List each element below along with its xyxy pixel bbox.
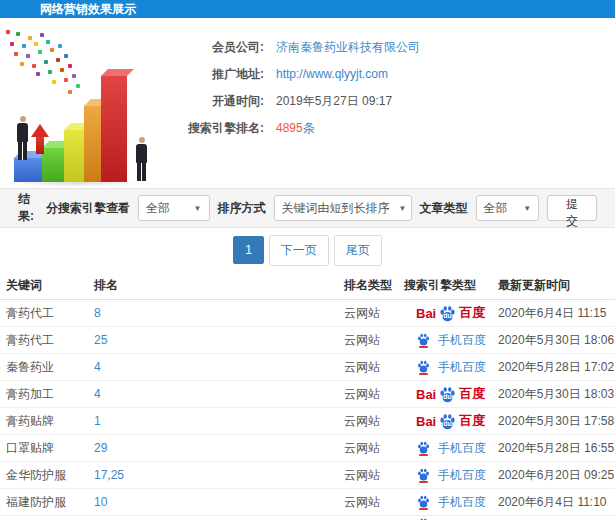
rank-cell[interactable]: 29 (94, 441, 344, 455)
mobile-icon-underline (419, 481, 428, 483)
filter-select-1[interactable]: 关键词由短到长排序▼ (274, 195, 412, 221)
baidu-logo-cn-text: 百度 (459, 385, 485, 403)
rank-count-number: 4895 (276, 121, 303, 135)
submit-button[interactable]: 提交 (547, 195, 597, 221)
results-table: 关键词排名排名类型搜索引擎类型最新更新时间 膏药代工8云网站Baidu百度202… (0, 272, 615, 520)
select-value: 关键词由短到长排序 (282, 200, 390, 217)
keyword-cell: 秦鲁药业 (6, 359, 94, 376)
filter-select-0[interactable]: 全部▼ (138, 195, 210, 221)
chevron-down-icon: ▼ (523, 204, 531, 213)
rank-cell[interactable]: 4 (94, 360, 344, 374)
update-time-cell: 2020年5月30日 18:06 (498, 332, 615, 349)
info-row: 开通时间:2019年5月27日 09:17 (168, 92, 420, 110)
rank-type-cell: 云网站 (344, 359, 404, 376)
baidu-logo-cn-text: 百度 (459, 304, 485, 322)
info-row-link[interactable]: http://www.qlyyjt.com (276, 65, 388, 83)
update-time-cell: 2020年6月4日 11:15 (498, 305, 615, 322)
pagination-button[interactable]: 尾页 (334, 235, 382, 266)
keyword-cell: 膏药代工 (6, 305, 94, 322)
filter-controls: 分搜索引擎查看全部▼排序方式关键词由短到长排序▼文章类型全部▼提交 (46, 195, 597, 221)
rank-count-unit: 条 (303, 121, 315, 135)
column-header-4: 最新更新时间 (498, 277, 615, 294)
engine-cell: Baidu百度 (404, 385, 498, 403)
table-row: 福建防护服10云网站手机百度2020年6月4日 11:10 (0, 489, 615, 516)
mobile-icon-underline (419, 346, 428, 348)
mobile-baidu-icon (416, 441, 431, 456)
engine-cell: 手机百度 (404, 494, 498, 511)
mobile-paw-icon (417, 468, 430, 481)
keyword-cell: 膏药代工 (6, 332, 94, 349)
mobile-baidu-icon (416, 333, 431, 348)
hero-section: 会员公司:济南秦鲁药业科技有限公司推广地址:http://www.qlyyjt.… (0, 18, 615, 188)
info-row-label: 搜索引擎排名: (168, 119, 264, 137)
rank-cell[interactable]: 10 (94, 495, 344, 509)
column-header-0: 关键词 (6, 277, 94, 294)
rank-type-cell: 云网站 (344, 467, 404, 484)
pagination-current-page[interactable]: 1 (233, 236, 264, 264)
mobile-baidu-label: 手机百度 (438, 467, 486, 484)
rank-cell[interactable]: 1 (94, 414, 344, 428)
mobile-baidu-icon (416, 495, 431, 510)
rank-cell[interactable]: 8 (94, 306, 344, 320)
keyword-cell: 口罩贴牌 (6, 440, 94, 457)
engine-cell: 手机百度 (404, 440, 498, 457)
mobile-paw-icon (417, 495, 430, 508)
info-row-link[interactable]: 济南秦鲁药业科技有限公司 (276, 38, 420, 56)
update-time-cell: 2020年5月30日 18:03 (498, 386, 615, 403)
pagination-button[interactable]: 下一页 (269, 235, 329, 266)
up-arrow-icon (31, 124, 49, 154)
mobile-icon-underline (419, 454, 428, 456)
info-row-label: 会员公司: (168, 38, 264, 56)
info-row: 会员公司:济南秦鲁药业科技有限公司 (168, 38, 420, 56)
mobile-baidu-label: 手机百度 (438, 494, 486, 511)
baidu-logo: du (439, 386, 456, 403)
baidu-logo-text: Bai (416, 414, 436, 429)
info-row: 搜索引擎排名:4895条 (168, 119, 420, 137)
mobile-baidu-label: 手机百度 (438, 359, 486, 376)
baidu-logo-cn-text: 百度 (459, 412, 485, 430)
rank-cell[interactable]: 17,25 (94, 468, 344, 482)
mobile-baidu-icon (416, 360, 431, 375)
select-value: 全部 (146, 200, 170, 217)
mobile-paw-icon (417, 441, 430, 454)
search-engine-rank-value: 4895条 (276, 119, 315, 137)
keyword-cell: 膏药贴牌 (6, 413, 94, 430)
company-info: 会员公司:济南秦鲁药业科技有限公司推广地址:http://www.qlyyjt.… (168, 38, 420, 146)
rank-type-cell: 云网站 (344, 440, 404, 457)
engine-cell: 手机百度 (404, 467, 498, 484)
table-row: 口罩贴牌29云网站手机百度2020年5月28日 16:55 (0, 435, 615, 462)
update-time-cell: 2020年5月28日 17:02 (498, 359, 615, 376)
mobile-baidu-label: 手机百度 (438, 332, 486, 349)
engine-cell: 手机百度 (404, 359, 498, 376)
info-row-label: 推广地址: (168, 65, 264, 83)
engine-cell: Baidu百度 (404, 412, 498, 430)
header-bar: 网络营销效果展示 (0, 0, 615, 18)
keyword-cell: 膏药加工 (6, 386, 94, 403)
businessman-figure-right (136, 137, 147, 181)
update-time-cell: 2020年5月30日 17:58 (498, 413, 615, 430)
keyword-cell: 金华防护服 (6, 467, 94, 484)
illustration-bar-red (101, 76, 127, 182)
mobile-baidu-icon (416, 468, 431, 483)
page-title: 网络营销效果展示 (40, 2, 136, 16)
baidu-du-text: du (443, 393, 452, 400)
chevron-down-icon: ▼ (194, 204, 202, 213)
rank-type-cell: 云网站 (344, 386, 404, 403)
baidu-logo-text: Bai (416, 306, 436, 321)
filter-select-2[interactable]: 全部▼ (476, 195, 540, 221)
baidu-logo: du (439, 305, 456, 322)
marketing-report-page: 网络营销效果展示 会员公司:济南秦鲁药业科技有限公司推广地址:http://ww… (0, 0, 615, 520)
businessman-figure-left (17, 116, 28, 160)
table-row: 膏药代工25云网站手机百度2020年5月30日 18:06 (0, 327, 615, 354)
baidu-logo: du (439, 413, 456, 430)
keyword-cell: 福建防护服 (6, 494, 94, 511)
baidu-du-text: du (443, 312, 452, 319)
select-value: 全部 (484, 200, 508, 217)
rank-cell[interactable]: 25 (94, 333, 344, 347)
mobile-icon-underline (419, 508, 428, 510)
confetti-decoration (6, 30, 10, 34)
mobile-paw-icon (417, 333, 430, 346)
filter-label-0: 分搜索引擎查看 (46, 200, 130, 217)
info-row-value: 2019年5月27日 09:17 (276, 92, 392, 110)
rank-cell[interactable]: 4 (94, 387, 344, 401)
